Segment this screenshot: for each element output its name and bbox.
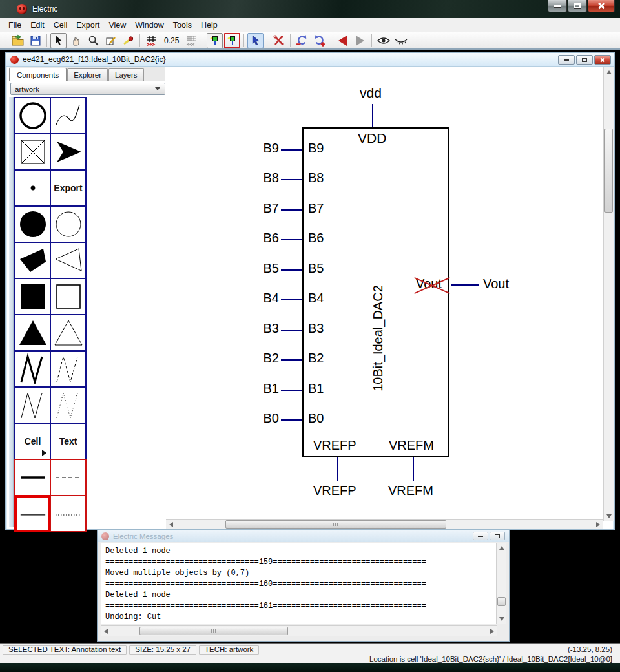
messages-horizontal-scrollbar[interactable]	[101, 625, 497, 636]
scroll-right-icon[interactable]	[596, 522, 600, 527]
vout-wire[interactable]	[451, 284, 479, 286]
palette-dotted-line-arc[interactable]	[50, 495, 87, 532]
wire-b0[interactable]	[281, 419, 302, 421]
wire-b6[interactable]	[281, 239, 302, 240]
palette-filled-triangle-node[interactable]	[14, 314, 51, 352]
menu-export[interactable]: Export	[72, 19, 104, 32]
scroll-down-icon[interactable]	[499, 617, 504, 621]
palette-arrowhead-node[interactable]	[50, 133, 87, 171]
vrefp-wire[interactable]	[337, 457, 338, 481]
net-label-b9[interactable]: B9	[240, 141, 279, 156]
messages-vscroll-thumb[interactable]	[497, 597, 506, 606]
scroll-up-icon[interactable]	[606, 70, 612, 74]
net-label-b3[interactable]: B3	[240, 321, 279, 336]
horizontal-scroll-thumb[interactable]	[225, 520, 446, 529]
pan-mode-button[interactable]	[68, 33, 84, 48]
palette-triangle-node[interactable]	[50, 314, 87, 352]
pin-label-b3[interactable]: B3	[308, 321, 324, 336]
collapse-view-button[interactable]	[393, 33, 409, 48]
menu-tools[interactable]: Tools	[169, 19, 196, 32]
go-back-button[interactable]	[335, 33, 351, 48]
palette-thick-line-arc[interactable]	[14, 459, 51, 496]
messages-vertical-scrollbar[interactable]	[496, 543, 506, 624]
messages-minimize-button[interactable]	[473, 532, 488, 540]
palette-thin-zigzag-node[interactable]	[14, 386, 51, 424]
fine-grid-button[interactable]	[183, 33, 200, 48]
edit-window-titlebar[interactable]: ee421_ecg621_f13:Ideal_10Bit_DAC2{ic}	[6, 53, 614, 67]
select-mode-button[interactable]	[50, 33, 67, 48]
palette-filled-circle-node[interactable]	[14, 205, 51, 243]
zoom-mode-button[interactable]	[85, 33, 101, 48]
vdd-pin-label[interactable]: VDD	[358, 131, 386, 146]
scroll-left-icon[interactable]	[104, 629, 108, 634]
tab-explorer[interactable]: Explorer	[67, 68, 108, 81]
menu-window[interactable]: Window	[130, 19, 168, 32]
vrefm-wire[interactable]	[413, 457, 414, 481]
objects-select-button[interactable]	[247, 33, 264, 48]
wire-b2[interactable]	[281, 359, 302, 361]
scroll-up-icon[interactable]	[499, 546, 504, 550]
scroll-right-icon[interactable]	[490, 629, 494, 634]
redo-button[interactable]	[311, 33, 327, 48]
menu-help[interactable]: Help	[196, 19, 222, 32]
pin-label-b9[interactable]: B9	[308, 141, 324, 156]
tab-components[interactable]: Components	[9, 68, 67, 81]
palette-crossed-box-node[interactable]	[14, 133, 51, 171]
pin-body-button[interactable]	[224, 33, 240, 48]
palette-text-button[interactable]: Text	[50, 423, 87, 460]
preferences-button[interactable]	[271, 33, 287, 48]
vrefp-pin-label[interactable]: VREFP	[313, 438, 356, 453]
menu-view[interactable]: View	[104, 19, 130, 32]
palette-thick-zigzag-node[interactable]	[14, 350, 51, 388]
menu-file[interactable]: File	[4, 19, 26, 32]
palette-thin-circle-node[interactable]	[50, 205, 87, 243]
palette-circle-node[interactable]	[14, 97, 51, 134]
net-label-b1[interactable]: B1	[240, 381, 279, 396]
menu-edit[interactable]: Edit	[26, 19, 49, 32]
net-label-b6[interactable]: B6	[240, 231, 279, 246]
net-label-b0[interactable]: B0	[240, 411, 279, 426]
measure-mode-button[interactable]	[120, 33, 136, 48]
palette-wedge-node[interactable]	[50, 242, 87, 279]
net-label-b5[interactable]: B5	[240, 261, 279, 276]
wire-b9[interactable]	[281, 149, 302, 151]
edit-maximize-button[interactable]	[576, 55, 593, 65]
wire-b8[interactable]	[281, 179, 302, 180]
messages-titlebar[interactable]: Electric Messages	[98, 530, 509, 542]
net-label-b4[interactable]: B4	[240, 291, 279, 306]
scroll-left-icon[interactable]	[169, 522, 173, 527]
vout-net-label[interactable]: Vout	[483, 277, 509, 291]
net-label-b7[interactable]: B7	[240, 201, 279, 216]
palette-filled-box-node[interactable]	[14, 278, 51, 315]
wire-b7[interactable]	[281, 209, 302, 211]
pin-label-b0[interactable]: B0	[308, 411, 324, 426]
close-button[interactable]	[588, 0, 615, 12]
palette-box-node[interactable]	[50, 278, 87, 315]
scroll-down-icon[interactable]	[606, 514, 612, 518]
canvas-vertical-scrollbar[interactable]	[603, 67, 614, 521]
palette-filled-wedge-node[interactable]	[14, 242, 51, 279]
canvas-horizontal-scrollbar[interactable]	[166, 519, 603, 529]
pin-label-b7[interactable]: B7	[308, 201, 324, 216]
pin-label-b8[interactable]: B8	[308, 171, 324, 185]
cell-name-label[interactable]: 10Bit_Ideal_DAC2	[371, 261, 386, 416]
edit-close-button[interactable]	[594, 55, 611, 65]
palette-spline-node[interactable]	[50, 97, 87, 134]
wire-b4[interactable]	[281, 299, 302, 300]
undo-button[interactable]	[294, 33, 310, 48]
vertical-scroll-thumb[interactable]	[604, 129, 613, 213]
vdd-net-label[interactable]: vdd	[360, 85, 382, 101]
save-library-button[interactable]	[27, 33, 43, 48]
open-library-button[interactable]	[10, 33, 26, 48]
toggle-grid-button[interactable]	[143, 33, 160, 48]
net-label-b2[interactable]: B2	[240, 351, 279, 366]
palette-thin-line-arc-selected[interactable]	[14, 495, 51, 532]
palette-dashed-zigzag-node[interactable]	[50, 350, 87, 388]
palette-export-button[interactable]: Export	[50, 169, 87, 207]
tab-layers[interactable]: Layers	[108, 68, 144, 81]
vdd-wire[interactable]	[372, 104, 373, 127]
menu-cell[interactable]: Cell	[49, 19, 72, 32]
pin-label-b5[interactable]: B5	[308, 261, 324, 276]
minimize-button[interactable]	[548, 0, 567, 12]
expand-view-button[interactable]	[375, 33, 391, 48]
